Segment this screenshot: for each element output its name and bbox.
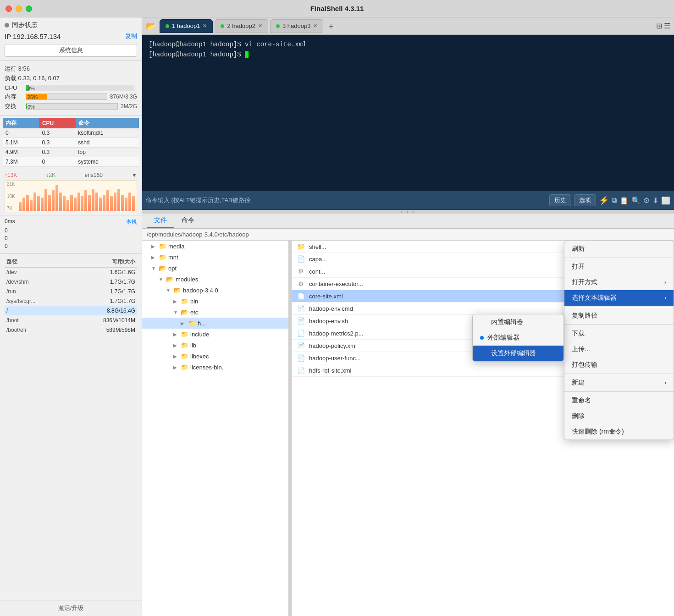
breadcrumb: /opt/modules/hadoop-3.4.0/etc/hadoop <box>142 229 674 241</box>
tab-files[interactable]: 文件 <box>147 214 174 228</box>
file-name: hadoop-policy.xml <box>309 342 357 349</box>
submenu-arrow-icon-2: › <box>664 295 666 301</box>
ctx-package-transfer[interactable]: 打包传输 <box>564 357 674 373</box>
divider-horizontal[interactable]: • • • <box>142 210 674 214</box>
upgrade-button[interactable]: 激活/升级 <box>0 600 142 616</box>
process-row: 7.3M0systemd <box>3 157 139 167</box>
mem-size: 876M/3.3G <box>110 94 137 100</box>
tab-close-3[interactable]: ✕ <box>313 23 317 29</box>
chart-bar <box>92 189 94 211</box>
file-name: hadoop-metrics2.p... <box>309 330 364 337</box>
tab-close-2[interactable]: ✕ <box>258 23 262 29</box>
tree-item-media[interactable]: ▶ 📁 media <box>142 241 288 252</box>
copy-ip-button[interactable]: 复制 <box>125 32 137 40</box>
tab-hadoop3[interactable]: 3 hadoop3 ✕ <box>270 19 323 33</box>
ctx-sep-5 <box>564 391 674 392</box>
chart-bar <box>52 190 55 211</box>
submenu-item-set-external[interactable]: 设置外部编辑器 <box>473 346 564 361</box>
tab-command[interactable]: 命令 <box>174 214 202 228</box>
disk-size: 1.7G/1.7G <box>68 287 137 297</box>
local-label: 本机 <box>126 218 137 226</box>
ctx-open-with[interactable]: 打开方式 › <box>564 275 674 290</box>
copy-icon[interactable]: ⧉ <box>612 196 617 204</box>
ctx-rename[interactable]: 重命名 <box>564 393 674 408</box>
ctx-select-editor[interactable]: 选择文本编辑器 › <box>564 290 674 306</box>
ctx-download[interactable]: 下载 <box>564 326 674 341</box>
tree-item-etc[interactable]: ▼ 📂 etc <box>142 307 288 318</box>
maximize-button[interactable] <box>26 6 32 12</box>
submenu-label-builtin: 内置编辑器 <box>491 318 523 326</box>
file-area: ▶ 📁 media ▶ 📁 mnt ▼ 📂 opt <box>142 241 674 616</box>
latency-val-1: 0 <box>5 235 8 242</box>
latency-val-2: 0 <box>5 243 8 249</box>
sync-label: 同步状态 <box>12 21 38 29</box>
tree-item-libexec[interactable]: ▶ 📁 libexec <box>142 351 288 362</box>
tree-item-modules[interactable]: ▼ 📂 modules <box>142 274 288 285</box>
ctx-refresh[interactable]: 刷新 <box>564 241 674 257</box>
tree-item-hadoop340[interactable]: ▼ 📂 hadoop-3.4.0 <box>142 285 288 296</box>
tab-dot-1 <box>166 24 169 28</box>
tree-item-include[interactable]: ▶ 📁 include <box>142 329 288 340</box>
right-panel: 📂 1 hadoop1 ✕ 2 hadoop2 ✕ 3 hadoop3 ✕ ＋ … <box>142 17 674 616</box>
tree-item-mnt[interactable]: ▶ 📁 mnt <box>142 252 288 263</box>
settings-icon[interactable]: ⚙ <box>643 196 650 205</box>
chart-bar <box>103 195 105 211</box>
network-section: ↑13K ↓2K ens160 ▼ 21K 15K 7K <box>0 169 142 215</box>
sysinfo-button[interactable]: 系统信息 <box>5 44 137 57</box>
tab-close-1[interactable]: ✕ <box>203 23 207 29</box>
folder-icon[interactable]: 📂 <box>146 21 156 31</box>
disk-row: /sys/fs/cgr...1.7G/1.7G <box>5 297 137 306</box>
process-row: 4.9M0.3top <box>3 148 139 157</box>
chart-bar <box>121 195 124 211</box>
close-button[interactable] <box>6 6 12 12</box>
file-tree: ▶ 📁 media ▶ 📁 mnt ▼ 📂 opt <box>142 241 289 616</box>
ctx-upload[interactable]: 上传... <box>564 341 674 357</box>
ctx-quick-delete[interactable]: 快速删除 (rm命令) <box>564 424 674 440</box>
doc-icon: 📄 <box>296 255 305 263</box>
file-name: hadoop-env.sh <box>309 318 348 324</box>
file-name: capa... <box>309 256 327 263</box>
ctx-delete[interactable]: 删除 <box>564 408 674 424</box>
paste-icon[interactable]: 📋 <box>619 196 629 205</box>
submenu-item-builtin[interactable]: 内置编辑器 <box>473 314 564 330</box>
tree-item-lib[interactable]: ▶ 📁 lib <box>142 340 288 351</box>
swap-size: 3M/2G <box>121 103 137 110</box>
submenu-item-external[interactable]: 外部编辑器 <box>473 330 564 346</box>
ctx-copy-path[interactable]: 复制路径 <box>564 308 674 324</box>
file-name: hadoop-env.cmd <box>309 305 353 312</box>
download-icon[interactable]: ⬇ <box>652 196 658 205</box>
traffic-lights <box>6 6 32 12</box>
bottom-tabs: 文件 命令 <box>142 214 674 229</box>
list-view-icon[interactable]: ☰ <box>664 22 670 30</box>
search-icon[interactable]: 🔍 <box>631 196 641 205</box>
terminal[interactable]: [hadoop@hadoop1 hadoop]$ vi core-site.xm… <box>142 35 674 191</box>
tree-item-bin[interactable]: ▶ 📁 bin <box>142 296 288 307</box>
tab-label-1: 1 hadoop1 <box>172 22 200 29</box>
options-button[interactable]: 选项 <box>574 194 596 206</box>
tab-hadoop1[interactable]: 1 hadoop1 ✕ <box>160 19 213 33</box>
command-bar: 命令输入 (按ALT键提示历史,TAB键路径, 历史 选项 ⚡ ⧉ 📋 🔍 ⚙ … <box>142 191 674 210</box>
grid-view-icon[interactable]: ⊞ <box>656 22 662 30</box>
chart-bar <box>59 192 62 211</box>
disk-size: 589M/598M <box>68 325 137 335</box>
tree-item-licenses[interactable]: ▶ 📁 licenses-bin. <box>142 362 288 373</box>
tree-item-h[interactable]: ▶ 📁 h... <box>142 318 288 329</box>
fullscreen-icon[interactable]: ⬜ <box>661 196 670 205</box>
chart-bar <box>81 196 83 211</box>
tree-item-opt[interactable]: ▼ 📂 opt <box>142 263 288 274</box>
ctx-open[interactable]: 打开 <box>564 259 674 275</box>
net-chevron-icon[interactable]: ▼ <box>132 172 137 178</box>
process-table-container: 内存 CPU 命令 00.3ksoftirqd/15.1M0.3sshd4.9M… <box>0 116 142 169</box>
history-button[interactable]: 历史 <box>549 194 571 206</box>
disk-size: 1.7G/1.7G <box>68 277 137 287</box>
disk-path: /dev/shm <box>5 277 68 287</box>
disk-size: 1.6G/1.6G <box>68 268 137 277</box>
minimize-button[interactable] <box>16 6 22 12</box>
tab-hadoop2[interactable]: 2 hadoop2 ✕ <box>215 19 268 33</box>
chart-bar <box>128 192 131 211</box>
process-table: 内存 CPU 命令 00.3ksoftirqd/15.1M0.3sshd4.9M… <box>3 118 139 167</box>
lightning-icon[interactable]: ⚡ <box>599 195 609 205</box>
add-tab-button[interactable]: ＋ <box>327 21 335 32</box>
chart-bar <box>22 198 25 211</box>
ctx-new[interactable]: 新建 › <box>564 375 674 390</box>
